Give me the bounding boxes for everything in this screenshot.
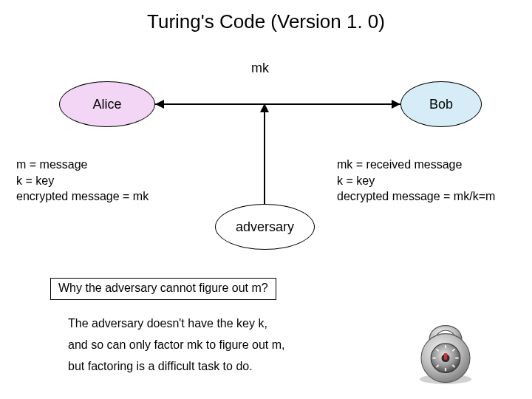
bob-note: mk = received message k = key decrypted … [337,157,532,205]
bob-node: Bob [400,81,482,127]
explain-line: and so can only factor mk to figure out … [68,335,284,356]
adversary-label: adversary [236,219,294,235]
alice-note: m = message k = key encrypted message = … [16,157,201,205]
bob-label: Bob [429,97,453,112]
slide-title: Turing's Code (Version 1. 0) [0,10,532,33]
explanation: The adversary doesn't have the key k, an… [68,313,284,377]
alice-note-line: m = message [16,157,201,173]
channel-label: mk [251,61,269,76]
alice-label: Alice [92,97,121,112]
question-box: Why the adversary cannot figure out m? [50,278,276,300]
arrow-to-alice [155,100,164,109]
bob-note-line: k = key [337,173,532,189]
alice-note-line: encrypted message = mk [16,188,201,205]
explain-line: but factoring is a difficult task to do. [68,356,284,378]
bob-note-line: mk = received message [337,157,532,173]
adversary-tap-line [264,103,265,204]
bob-note-line: decrypted message = mk/k=m [337,188,532,205]
svg-rect-12 [444,353,447,360]
adversary-node: adversary [215,204,315,250]
alice-note-line: k = key [16,173,201,189]
padlock-icon [405,304,486,386]
alice-bob-line [155,103,400,105]
arrow-to-bob [392,100,400,109]
arrow-to-channel [260,103,269,112]
explain-line: The adversary doesn't have the key k, [68,313,284,335]
alice-node: Alice [59,81,155,127]
question-text: Why the adversary cannot figure out m? [58,282,268,294]
